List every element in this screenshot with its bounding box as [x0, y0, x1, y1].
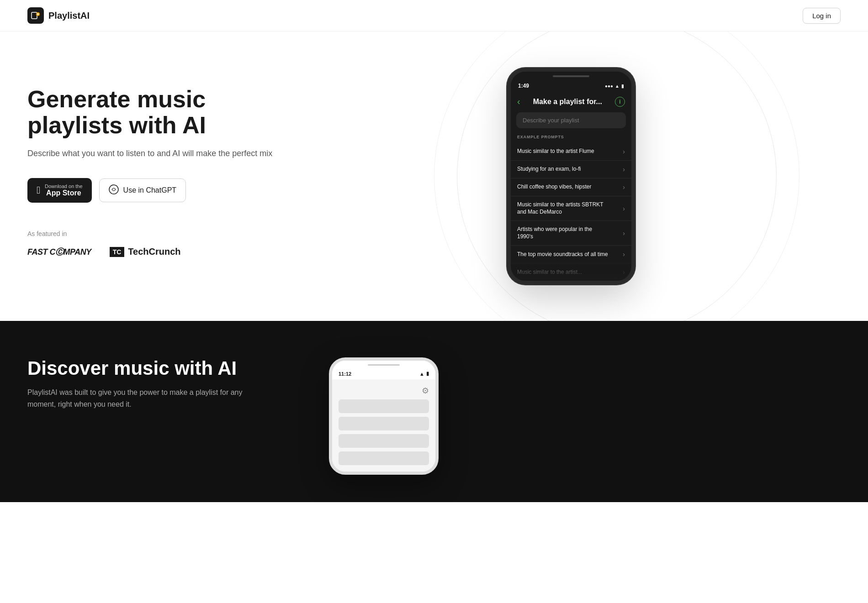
- hero-section: Generate music playlists with AI Describ…: [0, 31, 868, 321]
- phone-search-placeholder: Describe your playlist: [523, 117, 579, 124]
- phone-list-item[interactable]: Studying for an exam, lo-fi ›: [511, 160, 631, 178]
- phone-list-item[interactable]: Artists who were popular in the 1990's ›: [511, 220, 631, 245]
- header: PlaylistAI Log in: [0, 0, 868, 31]
- phone2-body: ⚙: [332, 379, 435, 472]
- phone2-notch: [332, 361, 435, 369]
- dark-section-subtitle: PlaylistAI was built to give you the pow…: [27, 387, 247, 410]
- phone2-wifi-icon: ▲: [419, 371, 424, 377]
- featured-logos: FAST CⒸMPANY TC TechCrunch: [27, 246, 302, 257]
- phone-time: 1:49: [518, 83, 529, 89]
- app-store-top-text: Download on the: [45, 184, 83, 189]
- phone-prompt-1: Music similar to the artist Flume: [517, 148, 594, 155]
- apple-icon: : [37, 184, 40, 196]
- featured-label: As featured in: [27, 230, 302, 237]
- chatgpt-button[interactable]: Use in ChatGPT: [99, 178, 186, 202]
- chevron-icon-4: ›: [623, 205, 625, 212]
- phone-prompt-4: Music similar to the artists SBTRKT and …: [517, 201, 609, 215]
- phone-prompt-5: Artists who were popular in the 1990's: [517, 226, 609, 240]
- chatgpt-label: Use in ChatGPT: [123, 186, 176, 194]
- svg-rect-0: [32, 12, 37, 19]
- tc-badge: TC: [110, 247, 125, 257]
- logo-text: PlaylistAI: [48, 10, 90, 21]
- phone-list: Music similar to the artist Flume › Stud…: [511, 143, 631, 281]
- techcrunch-text: TechCrunch: [128, 246, 180, 257]
- chevron-icon-3: ›: [623, 184, 625, 191]
- phone-info-icon: i: [615, 97, 625, 107]
- dark-section: Discover music with AI PlaylistAI was bu…: [0, 321, 868, 502]
- phone2-item-2: [339, 417, 429, 430]
- signal-icon: ●●●: [605, 84, 613, 89]
- hero-buttons:  Download on the App Store Use in ChatG…: [27, 178, 302, 203]
- app-store-text-area: Download on the App Store: [45, 184, 83, 197]
- chevron-icon-6: ›: [623, 251, 625, 258]
- chevron-icon-1: ›: [623, 148, 625, 155]
- phone-app-title: Make a playlist for...: [533, 98, 602, 106]
- logo-area: PlaylistAI: [27, 7, 90, 24]
- phone2-item-1: [339, 399, 429, 413]
- phone-prompt-3: Chill coffee shop vibes, hipster: [517, 184, 592, 191]
- phone-list-item[interactable]: Chill coffee shop vibes, hipster ›: [511, 178, 631, 196]
- phone2-battery-icon: ▮: [426, 371, 429, 377]
- app-logo-icon: [27, 7, 44, 24]
- login-button[interactable]: Log in: [803, 8, 841, 24]
- phone-mockup-2: 11:12 ▲ ▮ ⚙: [329, 357, 439, 475]
- phone-mockup: 1:49 ●●● ▲ ▮ ‹ Make a playlist for... i …: [507, 68, 635, 284]
- phone-list-item[interactable]: Music similar to the artists SBTRKT and …: [511, 196, 631, 220]
- app-store-button[interactable]:  Download on the App Store: [27, 178, 92, 203]
- phone-status-bar: 1:49 ●●● ▲ ▮: [511, 81, 631, 93]
- phone2-item-3: [339, 434, 429, 448]
- hero-title: Generate music playlists with AI: [27, 86, 302, 138]
- phone-status-right: ●●● ▲ ▮: [605, 84, 624, 89]
- fast-company-logo: FAST CⒸMPANY: [27, 246, 91, 257]
- phone-section-label: EXAMPLE PROMPTS: [511, 135, 631, 143]
- gear-icon: ⚙: [339, 386, 429, 399]
- phone2-status-right: ▲ ▮: [419, 371, 429, 377]
- phone-search-box[interactable]: Describe your playlist: [516, 112, 626, 128]
- phone-prompt-6: The top movie soundtracks of all time: [517, 251, 608, 258]
- phone2-time: 11:12: [339, 371, 351, 377]
- phone-list-item[interactable]: Music similar to the artist Flume ›: [511, 143, 631, 160]
- battery-icon: ▮: [621, 84, 624, 89]
- phone2-status-bar: 11:12 ▲ ▮: [332, 369, 435, 379]
- chatgpt-icon: [109, 184, 119, 196]
- hero-subtitle: Describe what you want to listen to and …: [27, 147, 302, 160]
- phone-app-header: ‹ Make a playlist for... i: [511, 93, 631, 112]
- phone-list-item[interactable]: The top movie soundtracks of all time ›: [511, 245, 631, 263]
- app-store-main-text: App Store: [45, 189, 83, 197]
- hero-left: Generate music playlists with AI Describ…: [27, 86, 302, 257]
- phone2-item-4: [339, 451, 429, 465]
- techcrunch-logo: TC TechCrunch: [110, 246, 181, 257]
- chevron-icon-2: ›: [623, 166, 625, 173]
- phone2-notch-bar: [368, 364, 400, 366]
- dark-section-right: 11:12 ▲ ▮ ⚙: [329, 357, 841, 475]
- phone-notch: [511, 72, 631, 81]
- dark-section-left: Discover music with AI PlaylistAI was bu…: [27, 357, 292, 410]
- phone-prompt-2: Studying for an exam, lo-fi: [517, 166, 581, 173]
- chevron-icon-5: ›: [623, 230, 625, 237]
- hero-right: 1:49 ●●● ▲ ▮ ‹ Make a playlist for... i …: [302, 59, 841, 284]
- phone-fade: [511, 267, 631, 281]
- svg-point-4: [109, 185, 118, 194]
- dark-section-title: Discover music with AI: [27, 357, 292, 379]
- phone-notch-bar: [553, 75, 589, 77]
- phone-back-icon: ‹: [517, 96, 520, 107]
- wifi-icon: ▲: [615, 84, 619, 89]
